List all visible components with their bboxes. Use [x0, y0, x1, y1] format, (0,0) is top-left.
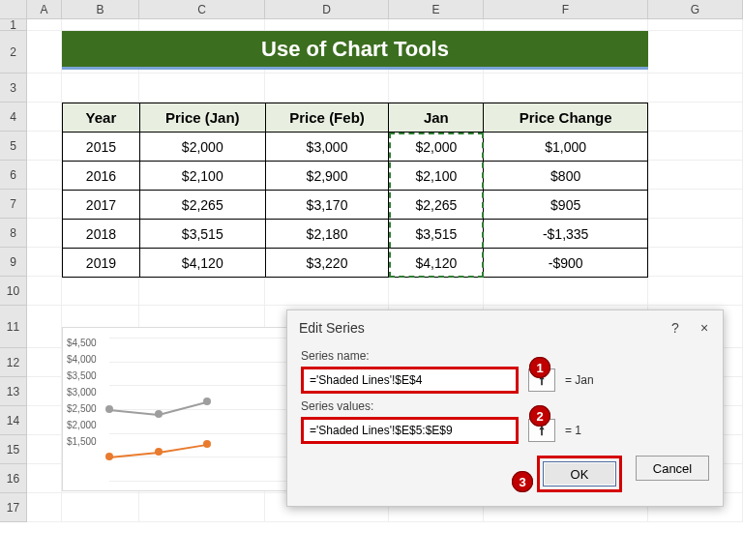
cancel-button[interactable]: Cancel: [636, 456, 709, 481]
series-name-input[interactable]: [304, 369, 516, 391]
embedded-chart[interactable]: $4,500 $4,000 $3,500 $3,000 $2,500 $2,00…: [62, 327, 313, 491]
row-13-header[interactable]: 13: [0, 377, 27, 406]
series-name-label: Series name:: [301, 349, 709, 363]
row-8-header[interactable]: 8: [0, 219, 27, 248]
cell-change[interactable]: $905: [484, 191, 648, 220]
cell-change[interactable]: $800: [484, 162, 648, 191]
row-17-header[interactable]: 17: [0, 493, 27, 522]
cell-jan[interactable]: $2,265: [139, 191, 265, 220]
cell-year[interactable]: 2019: [63, 249, 140, 278]
cell-feb[interactable]: $3,000: [265, 133, 389, 162]
cell-change[interactable]: -$1,335: [484, 220, 648, 249]
cell-year[interactable]: 2016: [63, 162, 140, 191]
select-all-corner[interactable]: [0, 0, 27, 19]
cell-year[interactable]: 2018: [63, 220, 140, 249]
callout-1: 1: [529, 357, 550, 378]
cell-year[interactable]: 2015: [63, 133, 140, 162]
callout-2: 2: [529, 405, 550, 427]
y-tick: $3,000: [67, 387, 97, 398]
y-tick: $2,500: [67, 403, 97, 414]
col-B[interactable]: B: [62, 0, 139, 19]
cell-jan[interactable]: $2,100: [139, 162, 265, 191]
price-table: Year Price (Jan) Price (Feb) Jan Price C…: [62, 103, 648, 278]
series-name-preview: = Jan: [565, 373, 594, 387]
row-5-header[interactable]: 5: [0, 132, 27, 161]
cell-jan[interactable]: $4,120: [139, 249, 265, 278]
y-tick: $1,500: [67, 436, 97, 447]
row-10-header[interactable]: 10: [0, 277, 27, 306]
col-G[interactable]: G: [648, 0, 743, 19]
ok-button-outline: OK: [537, 456, 622, 492]
page-title-banner: Use of Chart Tools: [62, 31, 648, 70]
cell-jan2[interactable]: $2,100: [389, 162, 484, 191]
cell-year[interactable]: 2017: [63, 191, 140, 220]
cell-jan2[interactable]: $3,515: [389, 220, 484, 249]
help-icon[interactable]: ?: [661, 320, 690, 336]
table-row[interactable]: 2015 $2,000 $3,000 $2,000 $1,000: [63, 133, 648, 162]
edit-series-dialog: Edit Series ? × Series name: = Jan Serie…: [286, 309, 724, 507]
series-values-field-outline: [301, 417, 519, 444]
y-tick: $2,000: [67, 420, 97, 430]
col-E[interactable]: E: [389, 0, 484, 19]
col-D[interactable]: D: [265, 0, 389, 19]
row-1-header[interactable]: 1: [0, 19, 27, 31]
col-A[interactable]: A: [27, 0, 62, 19]
th-change: Price Change: [484, 103, 648, 133]
row-7-header[interactable]: 7: [0, 190, 27, 219]
table-row[interactable]: 2019 $4,120 $3,220 $4,120 -$900: [63, 249, 648, 278]
series-values-preview: = 1: [565, 424, 581, 437]
cell-feb[interactable]: $2,180: [265, 220, 389, 249]
callout-3: 3: [512, 471, 533, 492]
row-11-header[interactable]: 11: [0, 306, 27, 348]
ok-button[interactable]: OK: [543, 461, 616, 486]
th-year: Year: [63, 103, 140, 133]
y-tick: $4,000: [67, 354, 97, 365]
column-headers: A B C D E F G: [0, 0, 743, 19]
cell-feb[interactable]: $3,220: [265, 249, 389, 278]
row-12-header[interactable]: 12: [0, 348, 27, 377]
dialog-titlebar[interactable]: Edit Series ? ×: [287, 310, 723, 339]
cell-jan[interactable]: $2,000: [139, 133, 265, 162]
y-tick: $3,500: [67, 370, 97, 381]
cell-change[interactable]: $1,000: [484, 133, 648, 162]
chart-plot-area: [109, 338, 305, 481]
row-16-header[interactable]: 16: [0, 464, 27, 493]
cell-jan[interactable]: $3,515: [139, 220, 265, 249]
row-14-header[interactable]: 14: [0, 406, 27, 435]
row-15-header[interactable]: 15: [0, 435, 27, 464]
cell-jan2[interactable]: $2,265: [389, 191, 484, 220]
col-F[interactable]: F: [484, 0, 648, 19]
y-tick: $4,500: [67, 338, 97, 348]
table-header-row: Year Price (Jan) Price (Feb) Jan Price C…: [63, 103, 648, 133]
series-values-input[interactable]: [304, 420, 516, 441]
row-9-header[interactable]: 9: [0, 248, 27, 277]
row-6-header[interactable]: 6: [0, 161, 27, 190]
row-2-header[interactable]: 2: [0, 31, 27, 74]
col-C[interactable]: C: [139, 0, 265, 19]
page-title: Use of Chart Tools: [261, 37, 449, 62]
table-row[interactable]: 2017 $2,265 $3,170 $2,265 $905: [63, 191, 648, 220]
cell-jan2[interactable]: $4,120: [389, 249, 484, 278]
close-icon[interactable]: ×: [690, 320, 719, 336]
series-name-field-outline: [301, 367, 519, 394]
row-3-header[interactable]: 3: [0, 74, 27, 103]
cell-change[interactable]: -$900: [484, 249, 648, 278]
dialog-title: Edit Series: [299, 320, 661, 336]
row-4-header[interactable]: 4: [0, 103, 27, 132]
th-feb: Price (Feb): [265, 103, 389, 133]
chart-y-axis: $4,500 $4,000 $3,500 $3,000 $2,500 $2,00…: [67, 338, 97, 447]
series-values-label: Series values:: [301, 399, 709, 413]
th-jan2: Jan: [389, 103, 484, 133]
cell-feb[interactable]: $3,170: [265, 191, 389, 220]
table-row[interactable]: 2018 $3,515 $2,180 $3,515 -$1,335: [63, 220, 648, 249]
cell-feb[interactable]: $2,900: [265, 162, 389, 191]
th-jan: Price (Jan): [139, 103, 265, 133]
cell-jan2[interactable]: $2,000: [389, 133, 484, 162]
table-row[interactable]: 2016 $2,100 $2,900 $2,100 $800: [63, 162, 648, 191]
